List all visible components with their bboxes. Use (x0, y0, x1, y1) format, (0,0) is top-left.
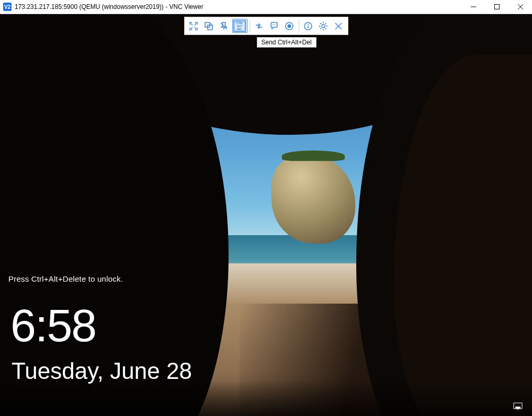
vnc-titlebar: V2 173.231.217.185:5900 (QEMU (windowsse… (0, 0, 532, 14)
close-session-icon (334, 21, 343, 31)
svg-point-21 (308, 24, 309, 25)
info-button[interactable] (301, 19, 315, 33)
svg-point-19 (288, 24, 291, 28)
svg-rect-5 (515, 407, 520, 409)
transfer-icon (254, 21, 264, 31)
window-title: 173.231.217.185:5900 (QEMU (windowsserve… (15, 3, 203, 10)
vnc-logo-icon: V2 (3, 3, 12, 11)
window-controls (461, 0, 532, 14)
titlebar-left: V2 173.231.217.185:5900 (QEMU (windowsse… (0, 3, 203, 11)
ctrl-alt-del-icon: CTRL ALT DEL (233, 20, 246, 32)
svg-point-17 (275, 24, 276, 25)
chat-icon (269, 21, 279, 31)
close-icon (518, 4, 523, 9)
ethernet-icon (513, 402, 523, 411)
fullscreen-icon (189, 21, 198, 31)
unlock-hint-text: Press Ctrl+Alt+Delete to unlock. (8, 274, 123, 283)
minimize-button[interactable] (461, 0, 485, 14)
settings-button[interactable] (316, 19, 331, 33)
gear-icon (319, 21, 328, 31)
svg-point-16 (274, 24, 275, 25)
lockscreen-time: 6:58 (10, 299, 96, 352)
scale-window-icon (204, 21, 213, 31)
toolbar-separator (250, 19, 250, 32)
wallpaper-cave-bottom (0, 380, 532, 416)
svg-point-23 (322, 25, 325, 28)
svg-rect-1 (494, 5, 499, 9)
close-button[interactable] (508, 0, 532, 14)
toolbar-tooltip: Send Ctrl+Alt+Del (257, 37, 316, 48)
toolbar-separator-2 (299, 19, 299, 32)
minimize-icon (471, 4, 476, 9)
pin-button[interactable] (217, 19, 231, 33)
record-button[interactable] (282, 19, 297, 33)
chat-button[interactable] (267, 19, 281, 33)
vnc-toolbar: CTRL ALT DEL (184, 17, 348, 35)
network-tray-icon[interactable] (513, 402, 523, 411)
send-ctrl-alt-del-button[interactable]: CTRL ALT DEL (232, 19, 247, 33)
wallpaper-rock2-grass (282, 151, 345, 161)
scale-window-button[interactable] (202, 19, 216, 33)
record-icon (285, 21, 294, 31)
maximize-icon (494, 4, 500, 9)
svg-text:DEL: DEL (237, 28, 242, 31)
fullscreen-button[interactable] (187, 19, 201, 33)
info-icon (303, 21, 313, 31)
maximize-button[interactable] (485, 0, 508, 14)
lockscreen-date: Tuesday, June 28 (12, 358, 192, 384)
pin-icon (219, 21, 229, 31)
close-session-button[interactable] (332, 19, 346, 33)
transfer-button[interactable] (252, 19, 266, 33)
svg-point-15 (272, 24, 273, 25)
remote-screen[interactable]: Press Ctrl+Alt+Delete to unlock. 6:58 Tu… (0, 14, 532, 416)
